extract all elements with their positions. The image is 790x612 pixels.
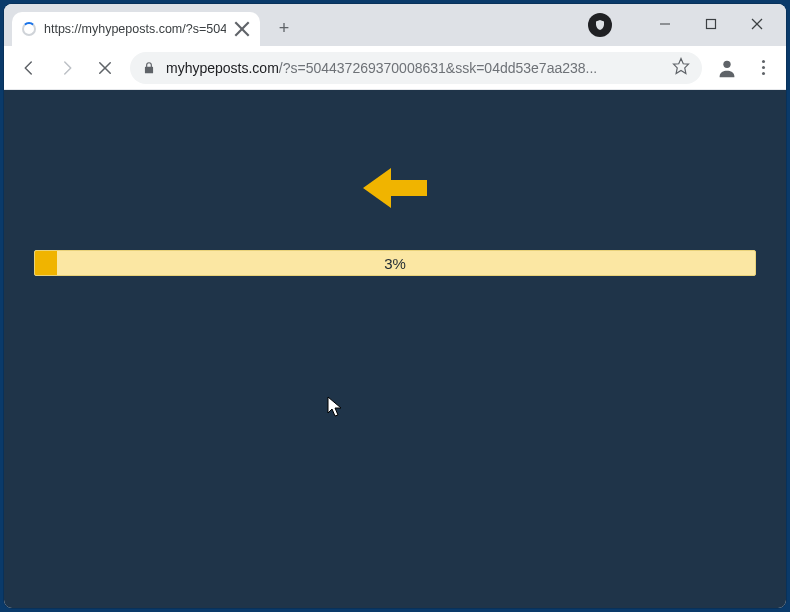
mouse-cursor-icon <box>327 396 343 418</box>
window-controls <box>642 4 780 44</box>
tab-close-button[interactable] <box>234 21 250 37</box>
tab-title: https://myhypeposts.com/?s=504 <box>44 22 226 36</box>
minimize-button[interactable] <box>642 7 688 41</box>
svg-marker-10 <box>363 168 427 208</box>
new-tab-button[interactable]: + <box>270 14 298 42</box>
bookmark-star-button[interactable] <box>672 57 690 78</box>
loading-spinner-icon <box>22 22 36 36</box>
stop-reload-button[interactable] <box>88 51 122 85</box>
svg-point-9 <box>723 60 730 67</box>
privacy-shield-icon[interactable] <box>588 13 612 37</box>
progress-label: 3% <box>35 251 755 275</box>
profile-avatar-button[interactable] <box>714 55 740 81</box>
back-button[interactable] <box>12 51 46 85</box>
toolbar: myhypeposts.com/?s=504437269370008631&ss… <box>4 46 786 90</box>
svg-marker-8 <box>674 59 689 74</box>
browser-tab[interactable]: https://myhypeposts.com/?s=504 <box>12 12 260 46</box>
dot-icon <box>762 66 765 69</box>
dot-icon <box>762 60 765 63</box>
titlebar: https://myhypeposts.com/?s=504 + <box>4 4 786 46</box>
svg-rect-3 <box>707 20 716 29</box>
maximize-button[interactable] <box>688 7 734 41</box>
url-text: myhypeposts.com/?s=504437269370008631&ss… <box>166 60 662 76</box>
arrow-left-icon <box>363 166 427 214</box>
menu-button[interactable] <box>748 60 778 75</box>
url-path: /?s=504437269370008631&ssk=04dd53e7aa238… <box>279 60 597 76</box>
window-frame: https://myhypeposts.com/?s=504 + <box>0 0 790 612</box>
forward-button[interactable] <box>50 51 84 85</box>
close-window-button[interactable] <box>734 7 780 41</box>
address-bar[interactable]: myhypeposts.com/?s=504437269370008631&ss… <box>130 52 702 84</box>
svg-marker-11 <box>328 397 341 416</box>
url-domain: myhypeposts.com <box>166 60 279 76</box>
browser-window: https://myhypeposts.com/?s=504 + <box>4 4 786 608</box>
dot-icon <box>762 72 765 75</box>
lock-icon <box>142 61 156 75</box>
page-content: 3% <box>4 90 786 608</box>
progress-bar: 3% <box>34 250 756 276</box>
